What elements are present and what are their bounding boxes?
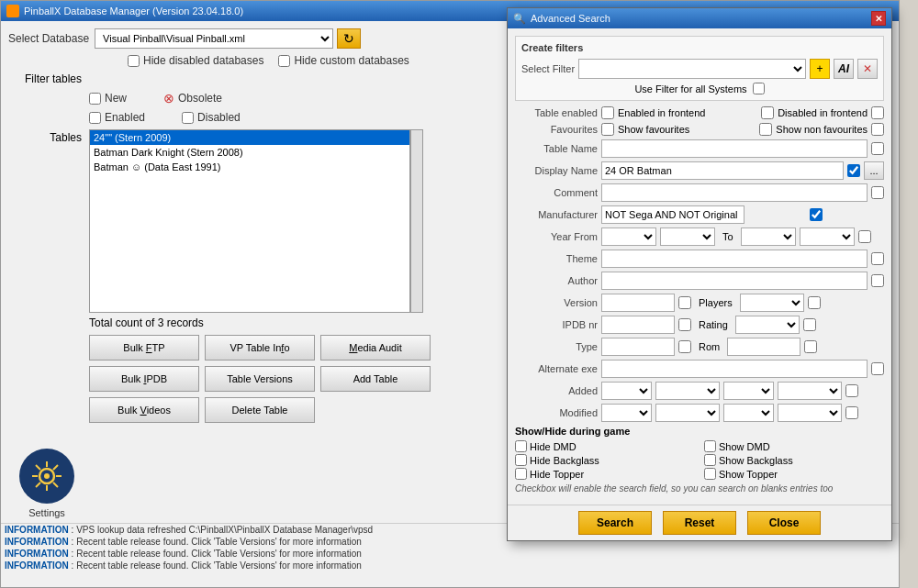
- show-dmd-checkbox[interactable]: [704, 440, 716, 452]
- hide-topper-item: Hide Topper: [515, 468, 695, 480]
- ipdb-nr-input[interactable]: [601, 316, 675, 334]
- players-label: Players: [699, 297, 733, 308]
- select-filter-row: Select Filter + AI ✕: [521, 59, 878, 79]
- author-label: Author: [515, 275, 598, 286]
- type-input[interactable]: [601, 338, 675, 356]
- table-name-input[interactable]: [601, 139, 868, 158]
- year-from-select1[interactable]: [601, 227, 656, 246]
- advanced-search-dialog: 🔍 Advanced Search ✕ Create filters Selec…: [507, 7, 892, 541]
- remove-filter-button[interactable]: ✕: [857, 59, 878, 79]
- close-button[interactable]: Close: [747, 511, 821, 535]
- show-topper-checkbox[interactable]: [704, 468, 716, 480]
- alternate-exe-input[interactable]: [601, 360, 868, 378]
- ipdb-nr-label: IPDB nr: [515, 319, 598, 330]
- modified-select4[interactable]: [778, 404, 842, 422]
- favourites-checkbox[interactable]: [601, 123, 614, 136]
- hide-topper-checkbox[interactable]: [515, 468, 527, 480]
- modified-select2[interactable]: [655, 404, 720, 422]
- hide-dmd-checkbox[interactable]: [515, 440, 527, 452]
- ai-filter-button[interactable]: AI: [834, 59, 854, 79]
- show-favourites-checkbox[interactable]: [759, 123, 772, 136]
- show-topper-label: Show Topper: [719, 469, 778, 480]
- hide-topper-label: Hide Topper: [530, 469, 584, 480]
- favourites-row: Favourites Show favourites Show non favo…: [515, 123, 884, 136]
- type-label: Type: [515, 341, 598, 352]
- create-filters-title: Create filters: [521, 42, 878, 53]
- added-select3[interactable]: [723, 382, 774, 400]
- year-to-select1[interactable]: [741, 227, 796, 246]
- show-backglass-checkbox[interactable]: [704, 454, 716, 466]
- select-filter-dropdown[interactable]: [578, 59, 806, 79]
- table-enabled-checkbox[interactable]: [601, 106, 614, 119]
- modified-select1[interactable]: [601, 404, 652, 422]
- manufacturer-label: Manufacturer: [515, 209, 598, 220]
- rom-checkbox[interactable]: [804, 340, 817, 353]
- use-filter-checkbox[interactable]: [753, 83, 765, 94]
- dialog-title-bar: 🔍 Advanced Search ✕: [508, 8, 891, 28]
- added-checkbox[interactable]: [845, 384, 858, 397]
- disabled-frontend-checkbox[interactable]: [871, 106, 884, 119]
- year-checkbox[interactable]: [858, 230, 871, 243]
- players-checkbox[interactable]: [808, 296, 821, 309]
- show-hide-grid: Hide DMD Show DMD Hide Backglass Sh: [515, 440, 884, 480]
- year-to-select2[interactable]: [800, 227, 855, 246]
- dialog-body: Create filters Select Filter + AI ✕ Use …: [508, 28, 891, 505]
- show-dmd-item: Show DMD: [704, 440, 884, 452]
- comment-checkbox[interactable]: [871, 186, 884, 199]
- dialog-title: Advanced Search: [531, 13, 610, 24]
- add-filter-button[interactable]: +: [810, 59, 830, 79]
- author-checkbox[interactable]: [871, 274, 884, 287]
- search-button[interactable]: Search: [578, 511, 652, 535]
- added-select1[interactable]: [601, 382, 652, 400]
- rom-input[interactable]: [727, 338, 800, 356]
- hide-dmd-item: Hide DMD: [515, 440, 695, 452]
- hide-backglass-checkbox[interactable]: [515, 454, 527, 466]
- comment-input[interactable]: [601, 183, 868, 202]
- added-select4[interactable]: [778, 382, 842, 400]
- to-label: To: [722, 231, 733, 242]
- manufacturer-checkbox[interactable]: [748, 208, 884, 221]
- theme-checkbox[interactable]: [871, 252, 884, 265]
- players-select[interactable]: [740, 294, 804, 312]
- alternate-exe-checkbox[interactable]: [871, 362, 884, 375]
- ipdb-nr-checkbox[interactable]: [678, 318, 691, 331]
- hide-backglass-label: Hide Backglass: [530, 455, 599, 466]
- show-non-favourites-checkbox[interactable]: [871, 123, 884, 136]
- display-name-checkbox[interactable]: [847, 164, 860, 177]
- added-row: Added: [515, 382, 884, 400]
- use-filter-label: Use Filter for all Systems: [634, 83, 746, 94]
- year-from-select2[interactable]: [660, 227, 715, 246]
- dialog-close-button[interactable]: ✕: [871, 11, 886, 26]
- version-input[interactable]: [601, 294, 675, 312]
- theme-row: Theme: [515, 250, 884, 268]
- favourites-label: Favourites: [515, 124, 598, 135]
- year-from-label: Year From: [515, 231, 598, 242]
- manufacturer-input[interactable]: [601, 205, 744, 224]
- version-checkbox[interactable]: [678, 296, 691, 309]
- table-enabled-label: Table enabled: [515, 107, 598, 118]
- display-name-input[interactable]: [601, 161, 844, 180]
- table-name-checkbox[interactable]: [871, 142, 884, 155]
- author-row: Author: [515, 272, 884, 290]
- rating-checkbox[interactable]: [803, 318, 816, 331]
- show-non-favourites-label: Show non favourites: [776, 124, 868, 135]
- theme-input[interactable]: [601, 250, 868, 268]
- type-checkbox[interactable]: [678, 340, 691, 353]
- hide-dmd-label: Hide DMD: [530, 441, 577, 452]
- modified-checkbox[interactable]: [845, 406, 858, 419]
- enabled-frontend-checkbox[interactable]: [761, 106, 774, 119]
- added-select2[interactable]: [655, 382, 720, 400]
- type-rom-row: Type Rom: [515, 338, 884, 356]
- author-input[interactable]: [601, 272, 868, 290]
- alternate-exe-label: Alternate exe: [515, 363, 598, 374]
- rating-select[interactable]: [735, 316, 800, 334]
- manufacturer-row: Manufacturer: [515, 205, 884, 224]
- dialog-overlay: 🔍 Advanced Search ✕ Create filters Selec…: [0, 0, 918, 588]
- display-name-dots-button[interactable]: ...: [864, 161, 884, 180]
- display-name-label: Display Name: [515, 165, 598, 176]
- disabled-frontend-label: Disabled in frontend: [778, 107, 868, 118]
- modified-select3[interactable]: [723, 404, 774, 422]
- dialog-title-left: 🔍 Advanced Search: [513, 13, 610, 25]
- reset-button[interactable]: Reset: [663, 511, 736, 535]
- show-backglass-label: Show Backglass: [719, 455, 793, 466]
